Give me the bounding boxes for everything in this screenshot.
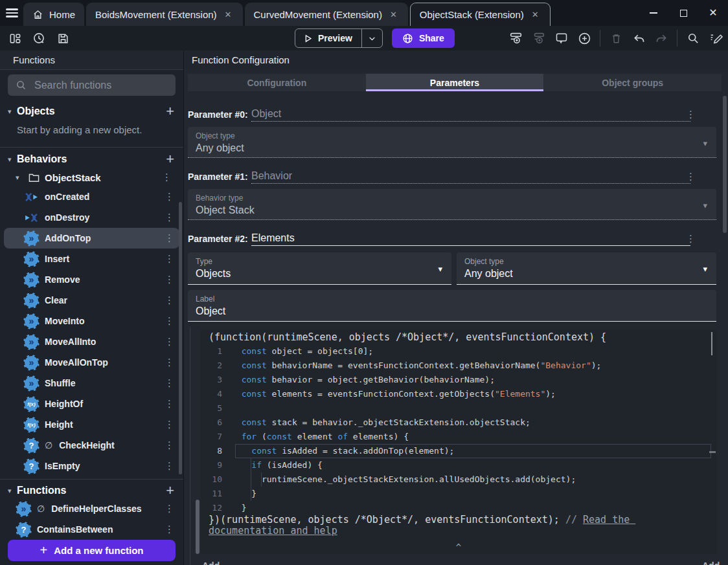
minimize-button[interactable]: [639, 2, 668, 24]
javascript-code-editor[interactable]: (function(runtimeScene, objects /*Object…: [201, 330, 716, 554]
add-subevent-button[interactable]: [532, 31, 546, 45]
delete-button[interactable]: [609, 31, 623, 45]
kebab-menu-icon[interactable]: ⋮: [162, 524, 177, 535]
close-tab-icon[interactable]: ✕: [388, 9, 399, 20]
tab-configuration[interactable]: Configuration: [188, 74, 366, 91]
kebab-menu-icon[interactable]: ⋮: [162, 212, 177, 223]
tab-parameters[interactable]: Parameters: [366, 74, 544, 91]
close-tab-icon[interactable]: ✕: [530, 9, 541, 20]
function-item-isempty[interactable]: ?IsEmpty⋮: [0, 456, 183, 476]
main-menu-button[interactable]: [0, 0, 23, 26]
line-number: 1: [201, 344, 231, 359]
objects-section-header[interactable]: ▾ Objects +: [0, 104, 183, 119]
function-item-height[interactable]: f(x)Height⋮: [0, 414, 183, 435]
parameter-2-object-type-select[interactable]: Object type Any object ▾: [457, 252, 716, 285]
function-item-shuffle[interactable]: »Shuffle⋮: [0, 373, 183, 393]
function-item-ondestroy[interactable]: onDestroy⋮: [0, 207, 183, 228]
parameter-1-behavior-type-select[interactable]: Behavior type Object Stack ▾: [188, 189, 716, 220]
kebab-menu-icon[interactable]: ⋮: [162, 253, 177, 265]
parameter-1-name-field[interactable]: Behavior: [251, 170, 690, 184]
editor-collapse-handle[interactable]: ^: [456, 542, 461, 553]
open-panels-button[interactable]: [8, 31, 22, 45]
add-comment-button[interactable]: [554, 31, 569, 45]
kebab-menu-icon[interactable]: ⋮: [162, 294, 177, 306]
share-button[interactable]: Share: [392, 28, 455, 48]
edit-mode-button[interactable]: [709, 31, 723, 45]
kebab-menu-icon[interactable]: ⋮: [162, 191, 177, 203]
document-tab-curvedmovement[interactable]: CurvedMovement (Extension)✕: [245, 3, 408, 26]
function-item-addontop[interactable]: »AddOnTop⋮: [4, 228, 179, 249]
undo-button[interactable]: [631, 31, 646, 45]
line-number: 9: [201, 458, 231, 472]
function-item-remove[interactable]: »Remove⋮: [0, 269, 183, 290]
function-item-moveallontop[interactable]: »MoveAllOnTop⋮: [0, 352, 183, 373]
code-line-11: 11 }: [201, 487, 716, 501]
kebab-menu-icon[interactable]: ⋮: [683, 109, 698, 120]
add-function-plus-button[interactable]: +: [166, 484, 174, 497]
function-item-moveallinto[interactable]: »MoveAllInto⋮: [0, 331, 183, 352]
add-object-button[interactable]: +: [166, 105, 174, 118]
document-tab-home[interactable]: Home: [23, 3, 84, 26]
line-number: 3: [201, 373, 231, 387]
configuration-tabs: ConfigurationParametersObject groups: [188, 74, 722, 91]
kebab-menu-icon[interactable]: ⋮: [162, 315, 177, 327]
function-item-definehelperclasses[interactable]: »∅DefineHelperClasses⋮: [0, 498, 183, 519]
function-item-checkheight[interactable]: ?∅CheckHeight⋮: [0, 435, 183, 456]
parameter-2-name-field[interactable]: Elements: [251, 232, 690, 246]
function-item-label: MoveInto: [45, 316, 84, 326]
add-element-button[interactable]: [577, 31, 591, 45]
parameter-0-object-type-select[interactable]: Object type Any object ▾: [188, 127, 716, 158]
editor-resize-handle[interactable]: [196, 500, 199, 554]
preview-button[interactable]: Preview: [295, 28, 383, 48]
function-item-insert[interactable]: »Insert⋮: [0, 249, 183, 269]
kebab-menu-icon[interactable]: ⋮: [683, 171, 698, 183]
function-item-clear[interactable]: »Clear⋮: [0, 290, 183, 311]
main-scrollbar[interactable]: [723, 96, 727, 233]
kebab-menu-icon[interactable]: ⋮: [162, 357, 177, 368]
search-icon: [687, 32, 700, 45]
parameter-0-name-field[interactable]: Object: [251, 108, 690, 122]
behaviors-section-header[interactable]: ▾ Behaviors +: [0, 151, 183, 167]
kebab-menu-icon[interactable]: ⋮: [162, 460, 177, 472]
function-item-moveinto[interactable]: »MoveInto⋮: [0, 311, 183, 331]
kebab-menu-icon[interactable]: ⋮: [162, 419, 177, 430]
kebab-menu-icon[interactable]: ⋮: [162, 439, 177, 451]
maximize-button[interactable]: [668, 2, 698, 24]
history-button[interactable]: [32, 31, 46, 45]
add-event-button[interactable]: [509, 31, 523, 45]
parameter-2-label-input[interactable]: Label Object: [188, 290, 716, 322]
tab-object-groups[interactable]: Object groups: [543, 74, 722, 91]
code-line-7: 7 for (const element of elements) {: [201, 430, 716, 444]
clipped-add-label: Add: [202, 560, 220, 565]
close-tab-icon[interactable]: ✕: [223, 9, 234, 20]
sidebar-scrollbar[interactable]: [179, 202, 182, 474]
add-new-function-button[interactable]: + Add a new function: [8, 540, 176, 561]
kebab-menu-icon[interactable]: ⋮: [162, 377, 177, 389]
kebab-menu-icon[interactable]: ⋮: [683, 233, 698, 245]
search-events-button[interactable]: [686, 31, 700, 45]
behavior-folder-objectstack[interactable]: ▾ ObjectStack ⋮: [0, 168, 183, 186]
parameter-1-label: Parameter #1:: [188, 172, 248, 184]
save-button[interactable]: [56, 31, 70, 45]
kebab-menu-icon[interactable]: ⋮: [162, 232, 177, 244]
document-tab-objectstack[interactable]: ObjectStack (Extension)✕: [410, 3, 551, 26]
parameter-2-type-select[interactable]: Type Objects ▾: [188, 252, 451, 285]
close-window-button[interactable]: ✕: [698, 2, 728, 24]
functions-section-header[interactable]: ▾ Functions +: [0, 483, 183, 498]
function-item-oncreated[interactable]: onCreated⋮: [0, 186, 183, 207]
document-tab-boidsmovement[interactable]: BoidsMovement (Extension)✕: [86, 3, 243, 26]
search-placeholder: Search functions: [34, 80, 111, 91]
kebab-menu-icon[interactable]: ⋮: [162, 336, 177, 348]
bottom-clipped-row: Add Add: [190, 554, 728, 565]
function-item-containsbetween[interactable]: ?ContainsBetween⋮: [0, 519, 183, 540]
kebab-menu-icon[interactable]: ⋮: [159, 172, 174, 183]
parameter-0-label: Parameter #0:: [188, 109, 248, 122]
function-item-heightof[interactable]: f(x)HeightOf⋮: [0, 393, 183, 414]
search-functions-input[interactable]: Search functions: [8, 74, 176, 96]
preview-options-button[interactable]: [361, 29, 382, 47]
redo-button[interactable]: [654, 31, 668, 45]
kebab-menu-icon[interactable]: ⋮: [162, 398, 177, 410]
add-behavior-button[interactable]: +: [166, 153, 174, 166]
kebab-menu-icon[interactable]: ⋮: [162, 274, 177, 285]
kebab-menu-icon[interactable]: ⋮: [162, 503, 177, 515]
